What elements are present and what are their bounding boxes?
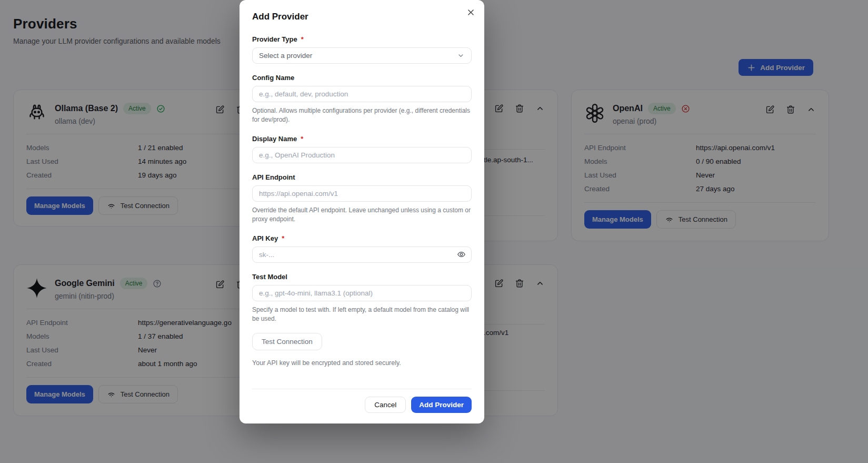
field-test-model: Test Model Specify a model to test with.…: [252, 273, 472, 324]
modal-title: Add Provider: [252, 12, 472, 22]
select-value: Select a provider: [259, 52, 312, 60]
required-mark: *: [301, 35, 304, 43]
field-helper: Override the default API endpoint. Leave…: [252, 206, 472, 224]
security-note: Your API key will be encrypted and store…: [252, 359, 472, 367]
field-label: API Endpoint: [252, 173, 295, 181]
field-api-endpoint: API Endpoint Override the default API en…: [252, 173, 472, 224]
field-label: Test Model: [252, 273, 287, 281]
field-label: Provider Type: [252, 35, 297, 43]
field-helper: Specify a model to test with. If left em…: [252, 306, 472, 324]
field-provider-type: Provider Type * Select a provider: [252, 35, 472, 64]
field-helper: Optional. Allows multiple configurations…: [252, 106, 472, 125]
eye-icon: [457, 250, 466, 259]
close-button[interactable]: [466, 8, 475, 17]
field-config-name: Config Name Optional. Allows multiple co…: [252, 74, 472, 125]
field-label: Display Name: [252, 135, 297, 143]
display-name-input[interactable]: [252, 147, 472, 163]
toggle-key-visibility-button[interactable]: [457, 250, 466, 259]
modal-add-provider-button[interactable]: Add Provider: [411, 397, 472, 413]
provider-type-select[interactable]: Select a provider: [252, 47, 472, 64]
required-mark: *: [301, 135, 303, 143]
config-name-input[interactable]: [252, 86, 472, 102]
api-key-input[interactable]: [252, 247, 472, 263]
modal-test-connection-button[interactable]: Test Connection: [252, 333, 322, 350]
test-model-input[interactable]: [252, 285, 472, 301]
field-label: Config Name: [252, 74, 294, 82]
api-endpoint-input[interactable]: [252, 185, 472, 202]
close-icon: [466, 8, 475, 17]
chevron-down-icon: [457, 52, 465, 60]
add-provider-modal: Add Provider Provider Type * Select a pr…: [240, 0, 484, 423]
required-mark: *: [282, 234, 284, 242]
modal-footer: Cancel Add Provider: [252, 389, 472, 413]
cancel-button[interactable]: Cancel: [365, 397, 406, 413]
field-label: API Key: [252, 234, 278, 242]
field-api-key: API Key *: [252, 234, 472, 263]
field-display-name: Display Name *: [252, 135, 472, 163]
